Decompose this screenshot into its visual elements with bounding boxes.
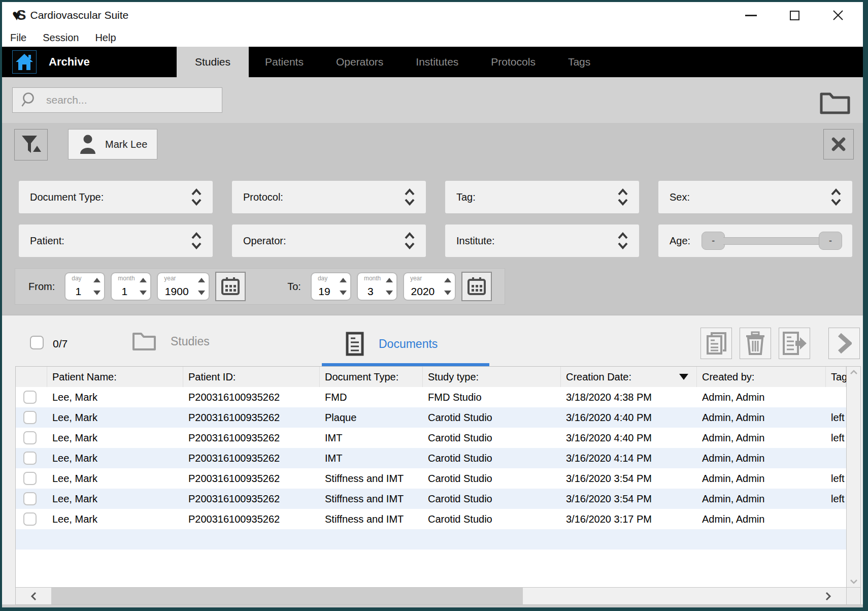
maximize-button[interactable] <box>788 9 801 22</box>
year-caption: year <box>410 275 422 282</box>
search-input[interactable] <box>46 94 209 106</box>
scroll-down-icon[interactable] <box>850 579 858 584</box>
scroll-up-icon[interactable] <box>850 370 858 375</box>
row-checkbox[interactable] <box>23 492 37 505</box>
copy-document-button[interactable] <box>700 328 732 359</box>
table-row[interactable]: Lee, Mark P200316100935262 Plaque Caroti… <box>16 407 846 428</box>
spin-down-button[interactable] <box>93 291 101 295</box>
tab-studies[interactable]: Studies <box>177 47 249 77</box>
row-checkbox[interactable] <box>23 391 37 404</box>
header-tag[interactable]: Tag <box>826 367 846 387</box>
row-checkbox[interactable] <box>23 512 37 526</box>
header-document-type[interactable]: Document Type: <box>320 367 423 387</box>
export-button[interactable] <box>779 328 810 359</box>
sex-dropdown[interactable]: Sex: <box>658 181 852 213</box>
tab-operators[interactable]: Operators <box>320 47 399 77</box>
table-row[interactable]: Lee, Mark P200316100935262 IMT Carotid S… <box>16 428 846 448</box>
protocol-dropdown[interactable]: Protocol: <box>232 181 426 213</box>
operator-dropdown[interactable]: Operator: <box>232 224 426 257</box>
from-calendar-button[interactable] <box>215 272 246 301</box>
spin-down-button[interactable] <box>198 291 205 295</box>
active-filter-chip[interactable]: Mark Lee <box>68 129 157 159</box>
spin-up-button[interactable] <box>444 278 451 282</box>
age-range-slider: - - <box>702 232 842 250</box>
header-created-by[interactable]: Created by: <box>697 367 826 387</box>
from-month-spinner[interactable]: month 1 <box>111 272 151 301</box>
row-checkbox[interactable] <box>23 431 37 444</box>
institute-dropdown[interactable]: Institute: <box>445 224 639 257</box>
cell-creation-date: 3/18/2020 4:38 PM <box>561 392 697 403</box>
cell-patient-name: Lee, Mark <box>47 453 183 464</box>
to-month-spinner[interactable]: month 3 <box>357 272 397 301</box>
row-checkbox-cell <box>16 431 47 444</box>
patient-dropdown[interactable]: Patient: <box>19 224 213 257</box>
to-year-spinner[interactable]: year 2020 <box>403 272 456 301</box>
row-checkbox[interactable] <box>23 411 37 424</box>
to-day-spinner[interactable]: day 19 <box>311 272 351 301</box>
filter-button[interactable] <box>14 129 48 160</box>
scroll-right-button[interactable] <box>811 588 846 604</box>
spin-up-button[interactable] <box>198 278 205 282</box>
header-creation-date[interactable]: Creation Date: <box>561 367 697 387</box>
table-row[interactable]: Lee, Mark P200316100935262 Stiffness and… <box>16 468 846 489</box>
tag-dropdown[interactable]: Tag: <box>445 181 639 213</box>
results-tab-documents[interactable]: Documents <box>345 332 438 356</box>
delete-button[interactable] <box>740 328 771 359</box>
minimize-button[interactable] <box>744 9 757 22</box>
from-day-value: 1 <box>65 285 91 298</box>
menu-help[interactable]: Help <box>95 32 116 44</box>
vertical-scrollbar[interactable] <box>846 367 860 587</box>
clear-filters-button[interactable] <box>823 129 854 159</box>
document-type-dropdown[interactable]: Document Type: <box>19 181 213 213</box>
horizontal-scroll-track[interactable] <box>523 588 811 604</box>
spin-up-button[interactable] <box>386 278 393 282</box>
person-icon <box>79 134 97 155</box>
next-page-button[interactable] <box>828 328 860 359</box>
cell-patient-id: P200316100935262 <box>183 453 320 464</box>
cell-patient-id: P200316100935262 <box>183 432 320 444</box>
tab-patients[interactable]: Patients <box>249 47 320 77</box>
menu-file[interactable]: File <box>10 32 26 44</box>
home-button[interactable] <box>12 50 37 74</box>
from-day-spinner[interactable]: day 1 <box>64 272 105 301</box>
row-checkbox[interactable] <box>23 452 37 465</box>
table-row[interactable]: Lee, Mark P200316100935262 Stiffness and… <box>16 489 846 509</box>
horizontal-scrollbar[interactable] <box>16 587 846 604</box>
row-checkbox[interactable] <box>23 472 37 485</box>
selection-count: 0/7 <box>53 338 68 350</box>
open-folder-button[interactable] <box>819 90 851 117</box>
to-calendar-button[interactable] <box>461 272 492 301</box>
search-box[interactable] <box>12 87 222 113</box>
header-patient-name[interactable]: Patient Name: <box>47 367 183 387</box>
menu-session[interactable]: Session <box>43 32 79 44</box>
header-study-type[interactable]: Study type: <box>423 367 561 387</box>
filter-chip-label: Mark Lee <box>105 139 147 150</box>
spin-down-button[interactable] <box>386 291 393 295</box>
spin-down-button[interactable] <box>340 291 347 295</box>
select-all-checkbox[interactable] <box>30 336 44 349</box>
tab-tags[interactable]: Tags <box>552 47 607 77</box>
from-year-spinner[interactable]: year 1900 <box>157 272 210 301</box>
tab-institutes[interactable]: Institutes <box>399 47 475 77</box>
table-row[interactable]: Lee, Mark P200316100935262 FMD FMD Studi… <box>16 387 846 407</box>
chevron-updown-icon <box>617 188 629 206</box>
from-year-value: 1900 <box>158 285 195 298</box>
age-max-handle[interactable]: - <box>819 232 842 250</box>
scroll-left-button[interactable] <box>16 588 51 604</box>
horizontal-scroll-thumb[interactable] <box>51 588 523 604</box>
from-label: From: <box>28 281 55 293</box>
spin-down-button[interactable] <box>444 291 451 295</box>
close-button[interactable] <box>831 9 845 22</box>
age-min-handle[interactable]: - <box>702 232 725 250</box>
spin-up-button[interactable] <box>140 278 147 282</box>
spin-up-button[interactable] <box>340 278 347 282</box>
age-slider-track[interactable] <box>723 237 820 245</box>
tab-protocols[interactable]: Protocols <box>475 47 552 77</box>
spin-up-button[interactable] <box>93 278 101 282</box>
table-row[interactable]: Lee, Mark P200316100935262 IMT Carotid S… <box>16 448 846 468</box>
header-patient-id[interactable]: Patient ID: <box>183 367 320 387</box>
app-window: ♥S Cardiovascular Suite File Session Hel… <box>0 0 868 611</box>
table-row[interactable]: Lee, Mark P200316100935262 Stiffness and… <box>16 509 846 529</box>
results-tab-studies[interactable]: Studies <box>132 332 210 351</box>
spin-down-button[interactable] <box>140 291 147 295</box>
